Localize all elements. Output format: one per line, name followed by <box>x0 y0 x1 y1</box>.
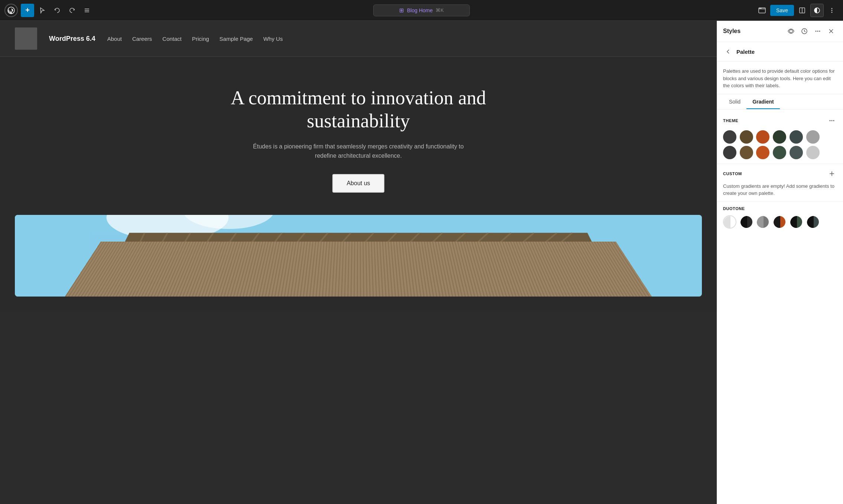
nav-item-whyus[interactable]: Why Us <box>263 36 283 42</box>
duotone-grid <box>723 215 837 229</box>
add-custom-button[interactable] <box>827 168 837 179</box>
dark-mode-button[interactable] <box>810 4 824 17</box>
site-header: WordPress 6.4 About Careers Contact Pric… <box>0 21 717 57</box>
duotone-label: DUOTONE <box>723 206 837 211</box>
svg-line-30 <box>313 233 420 297</box>
panel-header: Styles <box>717 21 843 42</box>
svg-point-42 <box>817 31 818 32</box>
svg-line-24 <box>198 233 282 297</box>
site-nav: About Careers Contact Pricing Sample Pag… <box>107 36 283 42</box>
site-logo <box>15 27 37 50</box>
duotone-section: DUOTONE <box>717 202 843 233</box>
duotone-swatch-rust-black[interactable] <box>773 215 786 229</box>
select-tool-button[interactable] <box>36 4 49 17</box>
toolbar-center: ⊞ Blog Home ⌘K <box>373 4 470 16</box>
add-block-button[interactable]: + <box>21 4 34 17</box>
svg-point-7 <box>761 8 761 8</box>
palette-title: Palette <box>736 49 755 55</box>
palette-tabs: Solid Gradient <box>717 94 843 109</box>
svg-line-25 <box>217 233 305 297</box>
svg-line-34 <box>389 233 511 297</box>
color-swatch-orange-rust[interactable] <box>756 146 769 159</box>
tab-gradient[interactable]: Gradient <box>746 94 780 109</box>
hero-cta-button[interactable]: About us <box>332 174 384 193</box>
keyboard-shortcut: ⌘K <box>436 7 444 13</box>
svg-point-11 <box>831 8 833 9</box>
list-view-button[interactable] <box>80 4 94 17</box>
undo-button[interactable] <box>51 4 64 17</box>
custom-section-header: CUSTOM <box>723 168 837 179</box>
nav-item-about[interactable]: About <box>107 36 122 42</box>
color-swatch-rust[interactable] <box>756 130 769 144</box>
custom-empty-text: Custom gradients are empty! Add some gra… <box>723 183 837 197</box>
svg-point-48 <box>833 120 834 121</box>
more-options-button[interactable] <box>825 4 839 17</box>
svg-line-27 <box>255 233 351 297</box>
svg-point-13 <box>831 12 833 13</box>
tab-solid[interactable]: Solid <box>723 94 746 109</box>
main-layout: WordPress 6.4 About Careers Contact Pric… <box>0 21 843 504</box>
color-swatch-light-gray[interactable] <box>806 130 820 144</box>
building-section <box>0 215 717 311</box>
svg-line-31 <box>332 233 442 297</box>
duotone-swatch-green-black[interactable] <box>790 215 803 229</box>
custom-label: CUSTOM <box>723 171 742 176</box>
hero-subtitle: Études is a pioneering firm that seamles… <box>247 142 470 161</box>
page-selector[interactable]: ⊞ Blog Home ⌘K <box>373 4 470 16</box>
panel-title: Styles <box>723 28 741 35</box>
nav-item-sample[interactable]: Sample Page <box>219 36 253 42</box>
svg-line-35 <box>408 233 534 297</box>
svg-line-32 <box>351 233 465 297</box>
color-swatch-brown[interactable] <box>740 130 753 144</box>
color-swatch-dark-green[interactable] <box>773 130 786 144</box>
duotone-swatch-gray[interactable] <box>756 215 769 229</box>
preview-button[interactable] <box>755 4 769 17</box>
custom-section: CUSTOM Custom gradients are empty! Add s… <box>717 164 843 202</box>
color-swatch-dark-gray[interactable] <box>723 130 736 144</box>
svg-point-43 <box>819 31 820 32</box>
duotone-swatch-teal-black[interactable] <box>806 215 820 229</box>
svg-point-6 <box>759 8 760 8</box>
wp-logo[interactable] <box>4 4 18 17</box>
svg-point-46 <box>830 120 831 121</box>
svg-point-47 <box>831 120 833 121</box>
theme-colors-row1 <box>723 130 837 144</box>
back-button[interactable] <box>723 46 733 57</box>
color-swatch-tan[interactable] <box>740 146 753 159</box>
svg-line-36 <box>427 233 557 297</box>
styles-preview-button[interactable] <box>785 25 797 37</box>
theme-menu-button[interactable] <box>827 115 837 126</box>
hero-section: A commitment to innovation and sustainab… <box>0 57 717 215</box>
duotone-swatch-white[interactable] <box>723 215 736 229</box>
duotone-swatch-black-dark[interactable] <box>740 215 753 229</box>
view-toggle-button[interactable] <box>795 4 809 17</box>
svg-line-28 <box>274 233 374 297</box>
grid-icon: ⊞ <box>399 7 404 14</box>
color-swatch-forest[interactable] <box>773 146 786 159</box>
save-button[interactable]: Save <box>770 5 794 16</box>
nav-item-contact[interactable]: Contact <box>162 36 182 42</box>
theme-section-header: THEME <box>723 115 837 126</box>
styles-more-button[interactable] <box>812 25 824 37</box>
color-swatch-teal-gray[interactable] <box>790 146 803 159</box>
nav-item-careers[interactable]: Careers <box>132 36 152 42</box>
svg-line-19 <box>107 233 167 297</box>
toolbar-right: Save <box>755 4 839 17</box>
palette-header: Palette <box>717 42 843 62</box>
styles-history-button[interactable] <box>798 25 810 37</box>
hero-title: A commitment to innovation and sustainab… <box>228 86 488 133</box>
nav-item-pricing[interactable]: Pricing <box>192 36 209 42</box>
svg-line-21 <box>141 233 213 297</box>
svg-point-39 <box>790 30 792 33</box>
styles-close-button[interactable] <box>825 25 837 37</box>
svg-marker-17 <box>76 233 641 297</box>
canvas-area[interactable]: WordPress 6.4 About Careers Contact Pric… <box>0 21 717 504</box>
theme-colors-row2 <box>723 146 837 159</box>
redo-button[interactable] <box>65 4 79 17</box>
color-swatch-charcoal[interactable] <box>723 146 736 159</box>
page-title: Blog Home <box>407 7 433 13</box>
color-swatch-silver[interactable] <box>806 146 820 159</box>
svg-line-29 <box>293 233 397 297</box>
panel-header-icons <box>785 25 837 37</box>
color-swatch-slate[interactable] <box>790 130 803 144</box>
